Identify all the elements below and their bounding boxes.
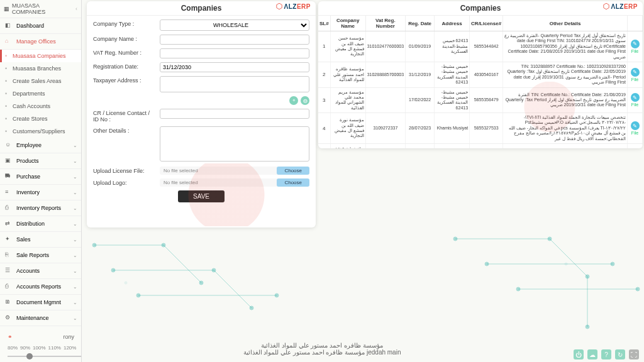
chevron-left-icon[interactable]: ‹ — [75, 6, 77, 12]
help-icon[interactable]: ? — [601, 349, 611, 359]
footer-text: مؤسسة ظافره احمد مستور علي للمواد الغذائ… — [243, 342, 401, 356]
no-file-text: No file selected — [160, 178, 277, 187]
accounts-icon: ☰ — [5, 267, 13, 275]
cell-actions: ✎File — [628, 113, 643, 144]
distribution-icon: ⇄ — [5, 220, 13, 228]
panel-title: Companies ΛLZERP — [318, 1, 643, 16]
sidebar-sub-create-stores[interactable]: Create Stores — [0, 112, 81, 125]
grid-icon: ▦ — [4, 6, 9, 12]
cell-vat — [365, 144, 405, 148]
cell-vat: 310102477600003 — [365, 31, 405, 62]
file-link[interactable]: File — [629, 49, 641, 53]
file-link[interactable]: File — [629, 131, 641, 135]
power-icon[interactable]: ⏻ — [574, 349, 584, 359]
cell-actions: ✎File — [628, 62, 643, 87]
cell-cr: 5855344842 — [470, 31, 503, 62]
globe-icon[interactable]: ◍ — [301, 96, 309, 105]
sidebar-item-distribution[interactable]: ⇄Distribution⌄ — [0, 216, 81, 232]
cell-name: مؤسسة ظافره احمد مستور علي للمواد الغذائ… — [330, 62, 365, 87]
cloud-icon[interactable]: ☁ — [587, 349, 597, 359]
refresh-icon[interactable]: ↻ — [615, 349, 625, 359]
cell-addr: جده High Al Mahjar-22425 — [435, 144, 470, 148]
sidebar-sub-muasasa-companies[interactable]: Muasasa Companies — [0, 50, 81, 62]
cell-cr: 5855358479 — [470, 87, 503, 113]
user-icon[interactable]: ⚭ — [8, 334, 13, 340]
sidebar-item-maintenance[interactable]: ⚙Maintenance⌄ — [0, 310, 81, 326]
reg-date-input[interactable] — [160, 62, 309, 72]
chevron-icon: ⌄ — [73, 253, 77, 258]
chevron-icon: ⌄ — [73, 206, 77, 211]
chevron-icon: ⌄ — [73, 143, 77, 148]
sidebar-sub-muasasa-branches[interactable]: Muasasa Branches — [0, 62, 81, 75]
cell-cr: 4030540167 — [470, 144, 503, 148]
cell-date: 01/09/2019 — [406, 31, 435, 62]
sidebar-item-employee[interactable]: ☺Employee⌄ — [0, 138, 81, 153]
brand-text: ΛLZERP — [611, 3, 638, 10]
chevron-icon: ⌄ — [73, 315, 77, 321]
vat-label: VAT Reg. Number : — [93, 48, 156, 56]
map-icon[interactable]: ⌖ — [289, 96, 298, 105]
svg-point-11 — [136, 293, 140, 297]
company-type-select[interactable]: WHOLESALE — [160, 19, 309, 31]
sidebar-sub-cash-accounts[interactable]: Cash Accounts — [0, 100, 81, 112]
svg-point-9 — [250, 306, 253, 310]
circuit-decoration — [88, 233, 340, 358]
other-input[interactable] — [160, 126, 309, 162]
expand-icon[interactable]: ⛶ — [629, 349, 639, 359]
sidebar-sub-departments[interactable]: Departments — [0, 87, 81, 100]
vat-input[interactable] — [160, 48, 309, 58]
sidebar-item-accounts[interactable]: ☰Accounts⌄ — [0, 263, 81, 279]
sidebar-item-accounts-reports[interactable]: ⎙Accounts Reports⌄ — [0, 279, 81, 295]
purchase-icon: ⛟ — [5, 173, 13, 180]
inventory-icon: ≡ — [5, 189, 13, 196]
th-sl: SL# — [318, 16, 330, 31]
svg-point-15 — [548, 237, 552, 241]
svg-point-12 — [275, 293, 279, 297]
sidebar-item-inventory[interactable]: ≡Inventory⌄ — [0, 185, 81, 200]
sidebar-item-products[interactable]: ▣Products⌄ — [0, 153, 81, 169]
company-name-input[interactable] — [160, 35, 309, 45]
cell-actions: ✎File — [628, 144, 643, 148]
edit-button[interactable]: ✎ — [631, 40, 640, 48]
edit-button[interactable]: ✎ — [631, 68, 640, 77]
sidebar-footer: ⚭ rony 80% 90% 100% 110% 120% — [0, 329, 82, 362]
svg-point-14 — [453, 237, 457, 241]
sidebar-item-sale-reports[interactable]: ⎘Sale Reports⌄ — [0, 248, 81, 263]
cr-label: CR / License Contact / ID No : — [93, 109, 156, 123]
sidebar-item-sales[interactable]: ✦Sales⌄ — [0, 232, 81, 248]
table-row: 4مؤسسة نورة ضيف الله بن فمشع ال مفيض الت… — [318, 113, 643, 144]
edit-button[interactable]: ✎ — [631, 93, 640, 102]
footer-icons: ⏻ ☁ ? ↻ ⛶ — [574, 349, 639, 359]
choose-logo-button[interactable]: Choose — [277, 178, 309, 187]
taxpayer-input[interactable] — [160, 76, 309, 92]
document-icon: 🗎 — [5, 299, 13, 306]
chevron-icon: ⌄ — [73, 158, 77, 164]
save-button[interactable]: SAVE — [178, 190, 225, 202]
cell-sl: 5 — [318, 144, 330, 148]
sidebar-item-dashboard[interactable]: ◧ Dashboard — [0, 18, 81, 34]
choose-license-button[interactable]: Choose — [277, 167, 309, 175]
th-other: Other Details — [503, 16, 628, 31]
sidebar-item-purchase[interactable]: ⛟Purchase⌄ — [0, 169, 81, 185]
sidebar-item-inventory-reports[interactable]: ⎙Inventory Reports⌄ — [0, 200, 81, 216]
sidebar-item-manage-offices[interactable]: ⌂ Manage Offices — [0, 34, 81, 50]
file-link[interactable]: File — [629, 77, 641, 82]
file-link[interactable]: File — [629, 102, 641, 107]
zoom-slider[interactable] — [8, 356, 82, 357]
sidebar-sub-customers-suppliers[interactable]: Customers/Suppliers — [0, 125, 81, 138]
cell-other: TIN: Certificate No.: Certificate Date: … — [503, 87, 628, 113]
svg-point-25 — [586, 325, 589, 329]
cell-other: TIN 3109262337 — [503, 144, 628, 148]
sidebar-sub-sales-areas[interactable]: Create Sales Areas — [0, 75, 81, 87]
cell-other: تتخصص مبيعات بالتجارة الجملة للمواد الغذ… — [503, 113, 628, 144]
th-date: Reg. Date — [406, 16, 435, 31]
edit-button[interactable]: ✎ — [631, 121, 640, 130]
svg-line-3 — [164, 245, 201, 283]
sidebar-item-document-mgmnt[interactable]: 🗎Document Mgmnt⌄ — [0, 295, 81, 310]
cell-name: مؤسسة نورة ضيف الله بن فمشع ال مفيض التج… — [330, 113, 365, 144]
svg-line-16 — [550, 239, 587, 277]
cell-sl: 3 — [318, 87, 330, 113]
table-row: 2مؤسسة ظافره احمد مستور علي للمواد الغذا… — [318, 62, 643, 87]
cr-input[interactable] — [160, 109, 309, 119]
th-addr: Address — [435, 16, 470, 31]
